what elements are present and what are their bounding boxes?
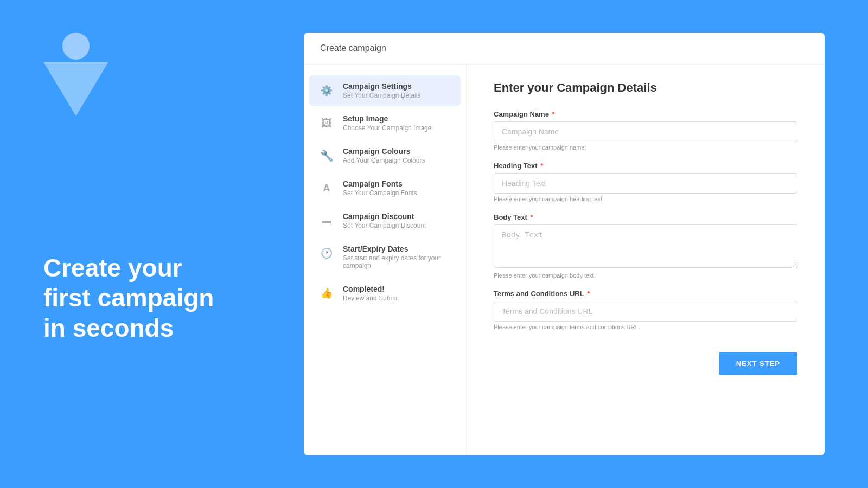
settings-icon: ⚙️ [318, 82, 335, 99]
step-desc-start-expiry: Set start and expiry dates for your camp… [343, 254, 452, 269]
card-body: ⚙️ Campaign Settings Set Your Campaign D… [304, 65, 825, 455]
heading-text-label: Heading Text * [494, 162, 797, 170]
terms-url-input[interactable] [494, 301, 797, 322]
hero-text: Create your first campaign in seconds [43, 253, 228, 343]
step-name-setup-image: Setup Image [343, 114, 431, 123]
step-setup-image[interactable]: 🖼 Setup Image Choose Your Campaign Image [309, 108, 461, 138]
campaign-name-hint: Please enter your campaign name. [494, 144, 797, 151]
left-panel: Create your first campaign in seconds [0, 0, 260, 488]
discount-icon: ▬ [318, 212, 335, 229]
image-icon: 🖼 [318, 114, 335, 132]
step-campaign-fonts[interactable]: A Campaign Fonts Set Your Campaign Fonts [309, 173, 461, 203]
card-header: Create campaign [304, 33, 825, 65]
step-completed[interactable]: 👍 Completed! Review and Submit [309, 278, 461, 309]
body-text-group: Body Text * Please enter your campaign b… [494, 213, 797, 279]
step-desc-campaign-colours: Add Your Campaign Colours [343, 157, 425, 164]
step-desc-completed: Review and Submit [343, 294, 399, 302]
step-name-campaign-settings: Campaign Settings [343, 82, 420, 91]
terms-url-hint: Please enter your campaign terms and con… [494, 324, 797, 330]
terms-url-group: Terms and Conditions URL * Please enter … [494, 290, 797, 330]
heading-text-hint: Please enter your campaign heading text. [494, 196, 797, 202]
step-desc-setup-image: Choose Your Campaign Image [343, 124, 431, 132]
step-campaign-colours[interactable]: 🔧 Campaign Colours Add Your Campaign Col… [309, 140, 461, 171]
step-desc-campaign-settings: Set Your Campaign Details [343, 92, 420, 99]
campaign-name-label: Campaign Name * [494, 110, 797, 118]
card-title: Create campaign [320, 43, 386, 53]
step-start-expiry[interactable]: 🕐 Start/Expiry Dates Set start and expir… [309, 238, 461, 276]
step-desc-campaign-discount: Set Your Campaign Discount [343, 222, 426, 229]
body-text-label: Body Text * [494, 213, 797, 221]
form-area: Enter your Campaign Details Campaign Nam… [467, 65, 825, 455]
campaign-name-input[interactable] [494, 121, 797, 142]
colours-icon: 🔧 [318, 147, 335, 164]
step-campaign-discount[interactable]: ▬ Campaign Discount Set Your Campaign Di… [309, 206, 461, 236]
logo [43, 33, 108, 116]
dates-icon: 🕐 [318, 245, 335, 262]
step-name-completed: Completed! [343, 285, 399, 293]
next-step-button[interactable]: NEXT STEP [719, 352, 797, 375]
heading-text-group: Heading Text * Please enter your campaig… [494, 162, 797, 202]
step-campaign-settings[interactable]: ⚙️ Campaign Settings Set Your Campaign D… [309, 75, 461, 106]
completed-icon: 👍 [318, 285, 335, 302]
body-text-hint: Please enter your campaign body text. [494, 272, 797, 279]
main-card: Create campaign ⚙️ Campaign Settings Set… [304, 33, 825, 455]
heading-text-input[interactable] [494, 173, 797, 194]
right-panel: Create campaign ⚙️ Campaign Settings Set… [260, 0, 868, 488]
campaign-name-group: Campaign Name * Please enter your campai… [494, 110, 797, 151]
logo-triangle [43, 62, 108, 116]
step-name-start-expiry: Start/Expiry Dates [343, 245, 452, 253]
logo-circle [62, 33, 90, 60]
body-text-input[interactable] [494, 224, 797, 268]
form-title: Enter your Campaign Details [494, 81, 797, 95]
step-name-campaign-fonts: Campaign Fonts [343, 179, 417, 188]
terms-url-label: Terms and Conditions URL * [494, 290, 797, 298]
fonts-icon: A [318, 179, 335, 197]
step-desc-campaign-fonts: Set Your Campaign Fonts [343, 189, 417, 197]
step-name-campaign-colours: Campaign Colours [343, 147, 425, 156]
steps-sidebar: ⚙️ Campaign Settings Set Your Campaign D… [304, 65, 467, 455]
step-name-campaign-discount: Campaign Discount [343, 212, 426, 221]
